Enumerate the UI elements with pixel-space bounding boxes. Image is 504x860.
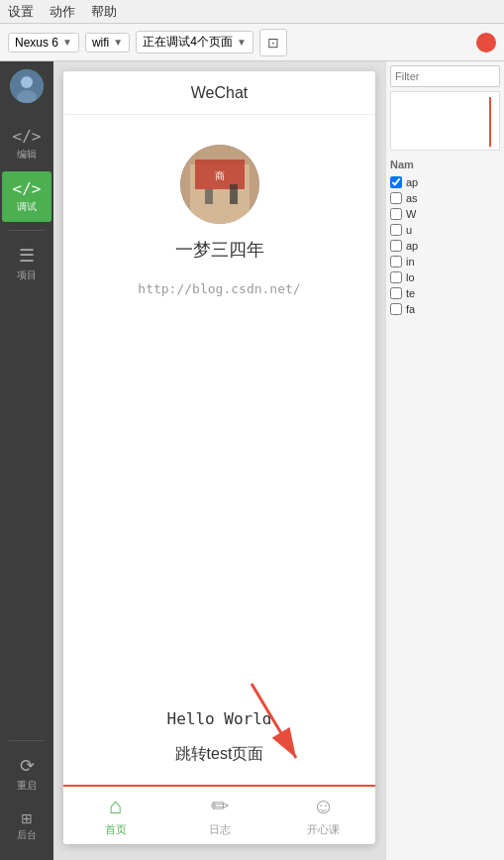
item-label-fa1: fa (406, 303, 415, 315)
item-checkbox-as1[interactable] (390, 192, 402, 204)
item-checkbox-u1[interactable] (390, 224, 402, 236)
list-item[interactable]: W (390, 206, 500, 222)
profile-name: 一梦三四年 (175, 238, 264, 262)
diary-icon: ✏ (211, 794, 229, 819)
network-selector[interactable]: wifi ▼ (85, 33, 130, 53)
tab-diary[interactable]: ✏ 日志 (167, 787, 271, 844)
avatar (10, 69, 44, 103)
center-area: WeChat 商 (53, 61, 385, 860)
tab-bar: ⌂ 首页 ✏ 日志 ☺ 开心课 (63, 785, 375, 844)
list-item[interactable]: fa (390, 301, 500, 317)
sidebar-item-restart[interactable]: ⟳ 重启 (2, 747, 51, 801)
panel-chart (390, 91, 500, 151)
list-item[interactable]: in (390, 254, 500, 269)
filter-input[interactable] (390, 65, 500, 87)
jump-text[interactable]: 跳转test页面 (175, 744, 264, 765)
item-label-u1: u (406, 224, 412, 236)
sidebar-item-backend[interactable]: ⊞ 后台 (2, 803, 51, 850)
debug-label: 正在调试4个页面 (143, 34, 233, 51)
main-layout: </> 编辑 </> 调试 ☰ 项目 ⟳ 重启 ⊞ 后台 (0, 61, 504, 860)
menu-help[interactable]: 帮助 (91, 3, 117, 21)
item-label-ap2: ap (406, 240, 418, 252)
menu-settings[interactable]: 设置 (8, 3, 34, 21)
right-panel: Nam ap as W u ap in lo (385, 61, 504, 860)
svg-point-1 (21, 76, 33, 88)
item-checkbox-te1[interactable] (390, 287, 402, 299)
tab-home[interactable]: ⌂ 首页 (63, 787, 167, 844)
item-label-W1: W (406, 208, 416, 220)
tab-happy-label: 开心课 (307, 822, 340, 837)
sidebar-bottom: ⟳ 重启 ⊞ 后台 (0, 734, 53, 860)
sidebar-project-label: 项目 (17, 269, 37, 282)
wechat-content: 商 一梦三四年 http://blog.csdn.net/ Hello Worl… (63, 115, 375, 785)
item-checkbox-ap1[interactable] (390, 176, 402, 188)
wechat-title: WeChat (191, 84, 249, 102)
left-sidebar: </> 编辑 </> 调试 ☰ 项目 ⟳ 重启 ⊞ 后台 (0, 61, 53, 860)
debug-selector[interactable]: 正在调试4个页面 ▼ (136, 31, 253, 54)
item-checkbox-W1[interactable] (390, 208, 402, 220)
sidebar-debug-label: 调试 (17, 200, 37, 214)
sidebar-divider-bottom (9, 740, 45, 741)
backend-icon: ⊞ (21, 810, 33, 826)
item-label-in1: in (406, 256, 415, 268)
hello-world-text: Hello World (167, 709, 272, 728)
debug-icon: </> (13, 179, 42, 198)
item-checkbox-lo1[interactable] (390, 271, 402, 283)
list-item[interactable]: ap (390, 174, 500, 190)
list-item[interactable]: lo (390, 269, 500, 285)
home-icon: ⌂ (109, 794, 122, 819)
device-selector[interactable]: Nexus 6 ▼ (8, 33, 79, 53)
list-item[interactable]: u (390, 222, 500, 238)
sidebar-restart-label: 重启 (17, 779, 37, 793)
sidebar-item-debug[interactable]: </> 调试 (2, 171, 51, 222)
menu-actions[interactable]: 动作 (50, 3, 75, 21)
device-name: Nexus 6 (15, 36, 58, 50)
list-item[interactable]: as (390, 190, 500, 206)
network-arrow-icon: ▼ (113, 37, 123, 48)
svg-rect-7 (205, 189, 213, 204)
wechat-header: WeChat (63, 71, 375, 115)
sidebar-item-edit[interactable]: </> 编辑 (2, 119, 51, 169)
chart-line (489, 97, 491, 147)
tab-home-label: 首页 (105, 822, 127, 837)
item-label-ap1: ap (406, 176, 418, 188)
record-button[interactable] (476, 33, 496, 53)
profile-avatar: 商 (180, 145, 259, 224)
top-menubar: 设置 动作 帮助 (0, 0, 504, 24)
debug-arrow-icon: ▼ (237, 37, 247, 48)
happy-icon: ☺ (312, 794, 334, 819)
item-checkbox-in1[interactable] (390, 256, 402, 268)
item-label-as1: as (406, 192, 418, 204)
sidebar-item-project[interactable]: ☰ 项目 (2, 237, 51, 290)
profile-url: http://blog.csdn.net/ (138, 281, 300, 296)
list-item[interactable]: ap (390, 238, 500, 254)
inspect-button[interactable]: ⊡ (259, 29, 287, 56)
sidebar-edit-label: 编辑 (17, 148, 37, 161)
item-checkbox-ap2[interactable] (390, 240, 402, 252)
network-name: wifi (92, 36, 109, 50)
svg-text:商: 商 (215, 170, 225, 181)
sidebar-backend-label: 后台 (17, 828, 37, 842)
restart-icon: ⟳ (20, 755, 35, 777)
item-label-lo1: lo (406, 271, 415, 283)
device-arrow-icon: ▼ (62, 37, 72, 48)
project-icon: ☰ (19, 245, 35, 267)
list-item[interactable]: te (390, 285, 500, 301)
device-toolbar: Nexus 6 ▼ wifi ▼ 正在调试4个页面 ▼ ⊡ (0, 24, 504, 61)
edit-icon: </> (13, 127, 42, 146)
sidebar-divider (9, 230, 45, 231)
tab-happy[interactable]: ☺ 开心课 (271, 787, 375, 844)
name-header: Nam (390, 157, 500, 172)
item-label-te1: te (406, 287, 415, 299)
svg-rect-8 (230, 184, 238, 204)
item-checkbox-fa1[interactable] (390, 303, 402, 315)
phone-frame: WeChat 商 (63, 71, 375, 844)
tab-diary-label: 日志 (209, 822, 231, 837)
